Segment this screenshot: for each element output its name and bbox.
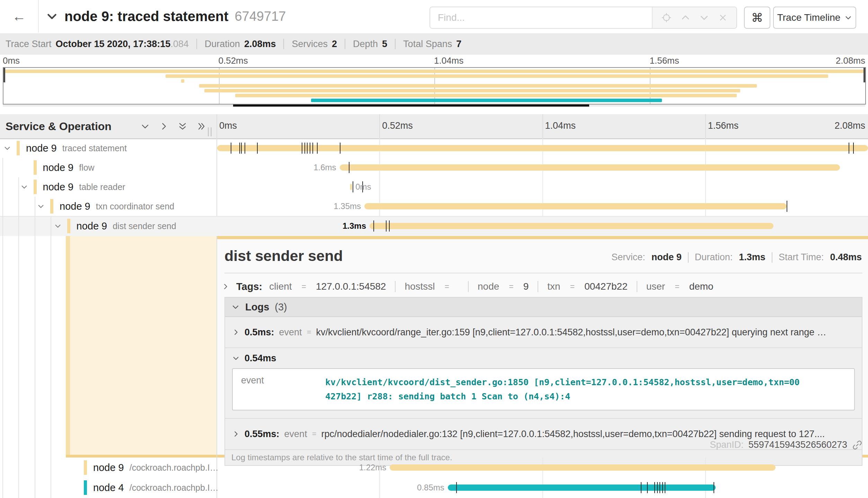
span-color-bar — [17, 141, 20, 155]
summary-separator — [395, 39, 396, 49]
minimap-canvas[interactable] — [3, 67, 866, 105]
span-name-cell[interactable]: node 9dist sender send — [0, 216, 216, 236]
service-operation-title: Service & Operation — [6, 120, 112, 133]
trace-title-group: node 9: traced statement 6749717 — [46, 0, 286, 33]
chevron-right-icon[interactable] — [222, 283, 229, 290]
span-duration-bar[interactable] — [390, 464, 776, 471]
locate-icon[interactable] — [661, 12, 672, 23]
span-name-cell[interactable]: node 9table reader — [0, 177, 216, 197]
span-operation-name: flow — [79, 163, 94, 173]
prev-match-icon[interactable] — [680, 12, 691, 23]
meta-separator — [688, 252, 689, 263]
timeline-ruler: 0ms0.52ms1.04ms1.56ms2.08ms — [216, 114, 868, 139]
minimap-drag-handle[interactable] — [863, 68, 865, 82]
log-event-tick — [641, 482, 641, 493]
collapse-chevron-icon[interactable] — [3, 144, 17, 152]
log-event-tick — [665, 482, 665, 493]
span-timeline-cell[interactable]: 0.85ms — [216, 478, 868, 498]
summary-separator — [196, 39, 197, 49]
minimap-tick-label: 1.04ms — [434, 55, 463, 66]
span-color-bar — [34, 160, 37, 175]
column-resize-handle[interactable] — [208, 127, 213, 136]
ruler-tick-label: 2.08ms — [834, 120, 865, 131]
keyboard-shortcuts-button[interactable]: ⌘ — [744, 7, 770, 29]
span-timeline-cell[interactable]: 0ms — [216, 177, 868, 197]
collapse-trace-header-icon[interactable] — [46, 10, 58, 22]
span-service-name: node 9 — [60, 201, 90, 212]
span-duration-bar[interactable] — [448, 485, 716, 491]
tag-key: hostssl — [405, 281, 435, 292]
span-duration-bar[interactable] — [364, 203, 787, 209]
trace-view-selector[interactable]: Trace Timeline — [773, 7, 856, 29]
span-row[interactable]: node 9txn coordinator send1.35ms — [0, 197, 868, 216]
minimap-tick-label: 2.08ms — [836, 55, 865, 66]
log-timestamp: 0.55ms: — [245, 429, 280, 440]
span-row[interactable]: node 9traced statement — [0, 138, 868, 158]
span-row[interactable]: node 9/cockroach.roachpb.I…1.22ms — [0, 458, 868, 478]
collapse-chevron-icon[interactable] — [37, 202, 50, 210]
span-timeline-cell[interactable] — [216, 138, 868, 158]
span-duration-bar[interactable] — [340, 164, 840, 171]
minimap-viewport-segment[interactable] — [233, 105, 589, 107]
span-name-cell[interactable]: node 9traced statement — [0, 138, 216, 158]
collapse-all-icon[interactable] — [178, 121, 187, 131]
span-duration-label: 1.22ms — [359, 463, 387, 472]
span-timeline-cell[interactable]: 1.6ms — [216, 158, 868, 177]
back-button[interactable]: ← — [0, 0, 39, 33]
detail-accent-top — [216, 236, 868, 239]
span-duration-bar[interactable] — [217, 145, 868, 151]
clear-search-icon[interactable] — [718, 13, 728, 22]
span-name-cell[interactable]: node 9flow — [0, 158, 216, 177]
find-box — [429, 7, 737, 29]
logs-header[interactable]: Logs (3) — [225, 298, 862, 317]
summary-label: Duration — [205, 39, 240, 49]
minimap-tick-label: 0ms — [3, 55, 20, 66]
expand-all-icon[interactable] — [196, 121, 206, 131]
minimap-scrubber-track[interactable] — [3, 105, 865, 107]
span-row[interactable]: node 9dist sender send1.3ms — [0, 216, 868, 236]
tag-key: user — [646, 281, 665, 292]
log-event-tick — [456, 482, 457, 493]
log-event-tick — [853, 143, 854, 154]
span-row[interactable]: node 9table reader0ms — [0, 177, 868, 197]
log-entry[interactable]: 0.5ms:event=kv/kvclient/kvcoord/range_it… — [225, 317, 862, 347]
minimap-drag-handle[interactable] — [3, 68, 5, 82]
summary-value: 5 — [382, 39, 387, 49]
log-event-tick — [310, 143, 310, 154]
log-timestamp: 0.5ms: — [245, 327, 274, 338]
minimap-tick-label: 1.56ms — [650, 55, 679, 66]
log-event-tick — [312, 143, 313, 154]
span-name-cell[interactable]: node 4/cockroach.roachpb.I… — [0, 478, 216, 498]
span-name-cell[interactable]: node 9txn coordinator send — [0, 197, 216, 216]
tag-separator — [538, 281, 538, 292]
collapse-one-icon[interactable] — [140, 121, 150, 131]
tags-row[interactable]: Tags:client=127.0.0.1:54582hostssl=node=… — [222, 277, 714, 296]
span-row[interactable]: node 4/cockroach.roachpb.I…0.85ms — [0, 478, 868, 498]
span-timeline-cell[interactable]: 1.35ms — [216, 197, 868, 216]
trace-summary-bar: Trace StartOctober 15 2020, 17:38:15.084… — [0, 33, 868, 55]
span-timeline-cell[interactable]: 1.3ms — [216, 216, 868, 236]
span-duration-bar[interactable] — [370, 223, 773, 229]
log-equals: = — [312, 429, 317, 438]
meta-label: Service: — [611, 252, 645, 263]
tag-equals: = — [302, 282, 306, 291]
tag-separator — [637, 281, 637, 292]
span-service-name: node 9 — [43, 181, 74, 193]
tree-guide-line — [2, 158, 3, 498]
find-input[interactable] — [430, 7, 652, 28]
next-match-icon[interactable] — [699, 12, 709, 23]
span-duration-label: 1.35ms — [334, 201, 361, 211]
collapse-chevron-icon[interactable] — [54, 222, 67, 230]
log-entry-header[interactable]: 0.54ms — [225, 348, 862, 368]
link-icon[interactable] — [852, 440, 862, 450]
collapse-chevron-icon[interactable] — [20, 183, 34, 191]
span-duration-label: 0ms — [355, 182, 371, 192]
trace-timeline-page: ← node 9: traced statement 6749717 ⌘ Tra… — [0, 0, 868, 498]
span-row[interactable]: node 9flow1.6ms — [0, 158, 868, 177]
chevron-down-icon — [232, 354, 240, 362]
span-duration-bar[interactable] — [350, 184, 352, 190]
span-timeline-cell[interactable]: 1.22ms — [216, 458, 868, 478]
span-name-cell[interactable]: node 9/cockroach.roachpb.I… — [0, 458, 216, 478]
minimap-span-bar — [4, 70, 865, 73]
expand-one-icon[interactable] — [159, 121, 169, 131]
